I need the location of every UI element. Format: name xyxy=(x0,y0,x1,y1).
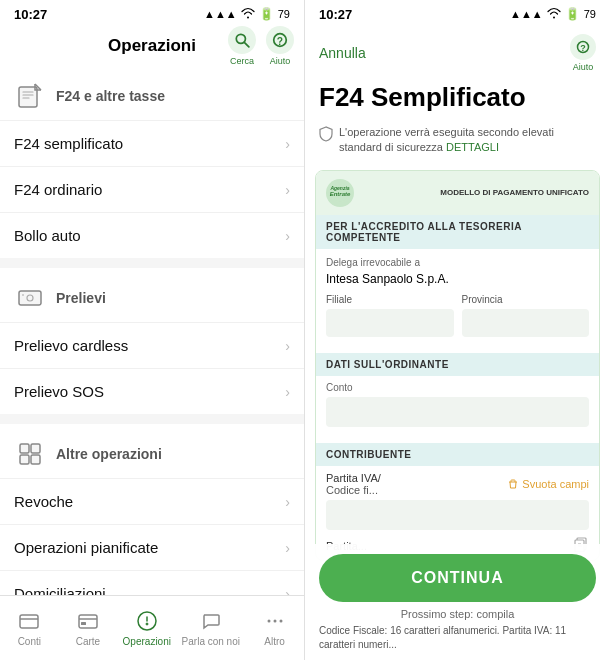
menu-bollo-auto[interactable]: Bollo auto › xyxy=(0,212,304,258)
menu-prelievo-cardless[interactable]: Prelievo cardless › xyxy=(0,322,304,368)
dati-ordinante-section: DATI SULL'ORDINANTE xyxy=(316,353,599,376)
menu-operazioni-pianificate-label: Operazioni pianificate xyxy=(14,539,158,556)
svg-point-19 xyxy=(146,623,148,625)
time-right: 10:27 xyxy=(319,7,352,22)
continua-button[interactable]: CONTINUA xyxy=(319,554,596,602)
left-panel: 10:27 ▲▲▲ 🔋 79 Operazioni xyxy=(0,0,305,660)
svg-rect-10 xyxy=(20,455,29,464)
menu-f24-semplificato-label: F24 semplificato xyxy=(14,135,123,152)
svg-rect-12 xyxy=(20,615,38,628)
filiale-input[interactable] xyxy=(326,309,454,337)
aiuto-button-right[interactable]: ? Aiuto xyxy=(570,34,596,72)
altre-section-title: Altre operazioni xyxy=(56,446,162,462)
tasse-icon xyxy=(14,80,46,112)
chevron-domiciliazioni: › xyxy=(285,586,290,596)
carte-icon xyxy=(76,609,100,633)
time-left: 10:27 xyxy=(14,7,47,22)
cerca-button[interactable]: Cerca xyxy=(228,26,256,66)
aiuto-button-left[interactable]: ? Aiuto xyxy=(266,26,294,66)
status-bar-left: 10:27 ▲▲▲ 🔋 79 xyxy=(0,0,304,28)
signal-icon: ▲▲▲ xyxy=(204,8,237,20)
security-notice: L'operazione verrà eseguita secondo elev… xyxy=(305,125,610,170)
section-altre-header: Altre operazioni xyxy=(0,424,304,478)
form-card-title: MODELLO DI PAGAMENTO UNIFICATO xyxy=(440,187,589,198)
filiale-label: Filiale xyxy=(326,294,454,305)
contribuente-row: Partita IVA/ Codice fi... Svuota campi xyxy=(326,472,589,496)
continua-overlay: CONTINUA Prossimo step: compila Codice F… xyxy=(305,544,610,660)
right-panel: 10:27 ▲▲▲ 🔋 79 Annulla ? Aiu xyxy=(305,0,610,660)
chevron-operazioni-pianificate: › xyxy=(285,540,290,556)
parla-icon xyxy=(199,609,223,633)
nav-parla-label: Parla con noi xyxy=(182,636,240,647)
nav-altro[interactable]: Altro xyxy=(251,609,299,647)
bottom-nav: Conti Carte Operazioni xyxy=(0,595,304,660)
svg-rect-9 xyxy=(31,444,40,453)
shield-icon xyxy=(319,126,333,146)
chevron-f24-semplificato: › xyxy=(285,136,290,152)
nav-operazioni[interactable]: Operazioni xyxy=(123,609,171,647)
nav-parla[interactable]: Parla con noi xyxy=(182,609,240,647)
page-title: F24 Semplificato xyxy=(305,82,610,125)
nav-conti[interactable]: Conti xyxy=(5,609,53,647)
delega-value: Intesa Sanpaolo S.p.A. xyxy=(326,272,589,286)
status-icons-left: ▲▲▲ 🔋 79 xyxy=(204,7,290,21)
menu-revoche-label: Revoche xyxy=(14,493,73,510)
svg-rect-5 xyxy=(19,291,41,305)
contribuente-section: CONTRIBUENTE xyxy=(316,443,599,466)
left-header: Operazioni Cerca ? Aiuto xyxy=(0,28,304,66)
wifi-icon xyxy=(241,7,255,21)
menu-f24-semplificato[interactable]: F24 semplificato › xyxy=(0,120,304,166)
prelievi-icon xyxy=(14,282,46,314)
svg-rect-16 xyxy=(81,622,86,625)
svg-line-1 xyxy=(244,42,249,47)
battery-pct: 79 xyxy=(278,8,290,20)
menu-f24-ordinario-label: F24 ordinario xyxy=(14,181,102,198)
svuota-label: Svuota campi xyxy=(522,478,589,490)
partita-input[interactable] xyxy=(326,500,589,530)
filiale-provincia-row: Filiale Provincia xyxy=(326,294,589,345)
aiuto-label-right: Aiuto xyxy=(573,62,594,72)
chevron-prelievo-sos: › xyxy=(285,384,290,400)
menu-operazioni-pianificate[interactable]: Operazioni pianificate › xyxy=(0,524,304,570)
menu-prelievo-sos[interactable]: Prelievo SOS › xyxy=(0,368,304,414)
wifi-icon-right xyxy=(547,7,561,21)
conto-label: Conto xyxy=(326,382,589,393)
svg-text:Entrate: Entrate xyxy=(330,191,351,197)
svg-point-21 xyxy=(273,620,276,623)
conto-body: Conto xyxy=(316,376,599,443)
menu-domiciliazioni[interactable]: Domiciliazioni › xyxy=(0,570,304,595)
filiale-col: Filiale xyxy=(326,294,454,345)
svuota-button[interactable]: Svuota campi xyxy=(507,478,589,490)
provincia-input[interactable] xyxy=(462,309,590,337)
provincia-label: Provincia xyxy=(462,294,590,305)
left-header-actions: Cerca ? Aiuto xyxy=(228,26,294,66)
provincia-col: Provincia xyxy=(462,294,590,345)
continua-label: CONTINUA xyxy=(411,569,503,587)
altre-icon xyxy=(14,438,46,470)
svg-point-22 xyxy=(279,620,282,623)
menu-domiciliazioni-label: Domiciliazioni xyxy=(14,585,106,595)
agency-logo: Agenzia Entrate xyxy=(326,179,354,207)
menu-bollo-auto-label: Bollo auto xyxy=(14,227,81,244)
next-step-text: Prossimo step: compila xyxy=(319,608,596,620)
security-text: L'operazione verrà eseguita secondo elev… xyxy=(339,125,596,156)
conto-input[interactable] xyxy=(326,397,589,427)
nav-altro-label: Altro xyxy=(264,636,285,647)
right-header: Annulla ? Aiuto xyxy=(305,28,610,82)
nav-carte[interactable]: Carte xyxy=(64,609,112,647)
annulla-button[interactable]: Annulla xyxy=(319,45,366,61)
codice-hint: Codice Fiscale: 16 caratteri alfanumeric… xyxy=(319,624,596,652)
aiuto-icon-circle-left: ? xyxy=(266,26,294,54)
partita-iva-label: Partita IVA/ Codice fi... xyxy=(326,472,381,496)
divider-1 xyxy=(0,258,304,268)
chevron-revoche: › xyxy=(285,494,290,510)
delega-label: Delega irrevocabile a xyxy=(326,257,589,268)
battery-icon-right: 🔋 xyxy=(565,7,580,21)
menu-revoche[interactable]: Revoche › xyxy=(0,478,304,524)
form-card: Agenzia Entrate MODELLO DI PAGAMENTO UNI… xyxy=(315,170,600,561)
menu-f24-ordinario[interactable]: F24 ordinario › xyxy=(0,166,304,212)
section-prelievi-header: Prelievi xyxy=(0,268,304,322)
aiuto-icon-right: ? xyxy=(570,34,596,60)
battery-icon: 🔋 xyxy=(259,7,274,21)
dettagli-link[interactable]: DETTAGLI xyxy=(446,141,499,153)
